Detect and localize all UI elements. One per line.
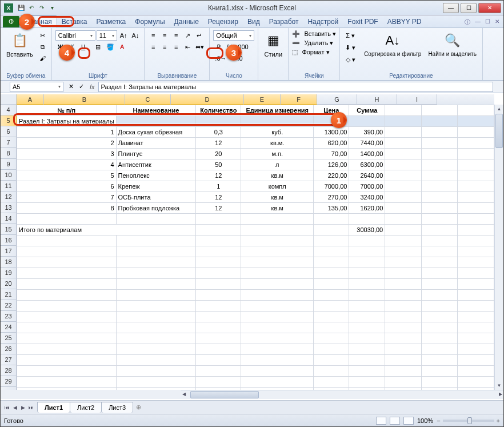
cell[interactable] <box>458 181 494 192</box>
cell[interactable] <box>196 290 241 301</box>
cell[interactable]: куб. <box>241 127 314 138</box>
cell[interactable] <box>385 225 422 236</box>
cell[interactable]: 6300,00 <box>349 159 385 170</box>
cell[interactable] <box>196 344 241 355</box>
row-header-9[interactable]: 9 <box>1 159 17 170</box>
cell[interactable]: 1 <box>17 127 117 138</box>
col-header-F[interactable]: F <box>281 94 317 105</box>
cell[interactable] <box>349 344 385 355</box>
cell[interactable] <box>421 149 458 159</box>
cell[interactable]: Ламинат <box>116 138 196 149</box>
cell[interactable] <box>458 149 494 159</box>
increase-font-icon[interactable]: A↑ <box>118 30 129 41</box>
format-cells-button[interactable]: ⬚ Формат ▾ <box>292 49 336 56</box>
row-header-14[interactable]: 14 <box>1 213 17 224</box>
doc-restore-icon[interactable]: ☐ <box>483 17 492 27</box>
cell[interactable] <box>385 377 422 388</box>
cell[interactable] <box>458 236 494 246</box>
orientation-icon[interactable]: ↗ <box>182 30 193 41</box>
cell[interactable] <box>314 344 349 355</box>
cell[interactable] <box>385 181 422 192</box>
cell[interactable] <box>17 355 117 366</box>
horizontal-scrollbar[interactable]: ◀ ▶ <box>181 390 503 399</box>
cell[interactable] <box>421 116 458 127</box>
font-color-icon[interactable]: A <box>117 42 127 52</box>
cell[interactable] <box>196 246 241 257</box>
cell[interactable]: 8 <box>17 203 117 214</box>
currency-icon[interactable]: ₽ <box>213 42 223 52</box>
cell[interactable]: 5 <box>17 170 117 181</box>
vertical-scrollbar[interactable]: ▲ ▼ <box>494 105 503 390</box>
cell[interactable] <box>458 246 494 257</box>
cell[interactable] <box>17 236 117 246</box>
cell[interactable]: кв.м <box>241 170 314 181</box>
cell[interactable] <box>314 290 349 301</box>
formula-input[interactable]: Раздел I: Затраты на материалы <box>98 82 493 92</box>
cell[interactable]: Раздел I: Затраты на материалы <box>17 116 117 127</box>
cell[interactable] <box>196 257 241 268</box>
tab-layout[interactable]: Разметка <box>91 16 130 27</box>
cell[interactable]: 4 <box>17 159 117 170</box>
cell[interactable] <box>116 246 196 257</box>
select-all-corner[interactable] <box>1 94 17 105</box>
cell[interactable]: 270,00 <box>314 192 349 203</box>
clear-icon[interactable]: ◇ ▾ <box>343 54 357 65</box>
cell[interactable] <box>17 246 117 257</box>
tab-data[interactable]: Данные <box>170 16 203 27</box>
cell[interactable] <box>116 301 196 312</box>
cell[interactable] <box>458 159 494 170</box>
row-header-21[interactable]: 21 <box>1 289 17 300</box>
cell[interactable] <box>458 127 494 138</box>
cell[interactable] <box>116 257 196 268</box>
row-header-5[interactable]: 5 <box>1 115 17 126</box>
next-sheet-icon[interactable]: ▶ <box>19 405 27 410</box>
tab-developer[interactable]: Разработ <box>265 16 303 27</box>
cell[interactable] <box>385 116 422 127</box>
cell[interactable]: Антисептик <box>116 159 196 170</box>
col-header-I[interactable]: I <box>397 94 437 105</box>
cell[interactable] <box>241 257 314 268</box>
cell[interactable] <box>314 225 349 236</box>
cell[interactable]: 30030,00 <box>349 225 385 236</box>
row-header-22[interactable]: 22 <box>1 300 17 311</box>
cell[interactable] <box>196 377 241 388</box>
cell[interactable] <box>196 355 241 366</box>
align-center-icon[interactable]: ≡ <box>159 42 170 52</box>
fill-icon[interactable]: ⬇ ▾ <box>343 42 357 53</box>
cut-icon[interactable]: ✂ <box>38 30 48 41</box>
cell[interactable] <box>421 225 458 236</box>
accept-formula-icon[interactable]: ✓ <box>76 82 86 92</box>
scroll-up-icon[interactable]: ▲ <box>495 105 503 113</box>
cell[interactable]: 12 <box>196 170 241 181</box>
cell[interactable] <box>17 279 117 290</box>
cell[interactable] <box>17 214 117 225</box>
col-header-E[interactable]: E <box>244 94 281 105</box>
cell[interactable]: кв.м <box>241 192 314 203</box>
cell[interactable]: 7000,00 <box>314 181 349 192</box>
cell[interactable] <box>314 322 349 333</box>
wrap-text-icon[interactable]: ↵ <box>194 30 204 41</box>
cell[interactable] <box>349 366 385 377</box>
cell[interactable] <box>458 290 494 301</box>
cell[interactable] <box>458 225 494 236</box>
cell[interactable] <box>458 257 494 268</box>
cell[interactable] <box>116 322 196 333</box>
cell[interactable]: 20 <box>196 149 241 159</box>
cell[interactable]: 7000,00 <box>349 181 385 192</box>
cell[interactable]: л <box>241 159 314 170</box>
cell[interactable] <box>421 181 458 192</box>
view-pagebreak-icon[interactable] <box>403 417 414 425</box>
cell[interactable]: Крепеж <box>116 181 196 192</box>
cell[interactable] <box>421 301 458 312</box>
cell[interactable] <box>421 312 458 322</box>
cell[interactable]: 620,00 <box>314 138 349 149</box>
row-header-16[interactable]: 16 <box>1 235 17 246</box>
cell[interactable] <box>241 225 314 236</box>
hscroll-thumb[interactable] <box>190 391 259 398</box>
align-right-icon[interactable]: ≡ <box>171 42 181 52</box>
cell[interactable] <box>314 355 349 366</box>
close-button[interactable]: ✕ <box>478 3 501 13</box>
cell[interactable] <box>421 192 458 203</box>
sheet-tab-3[interactable]: Лист3 <box>101 402 133 413</box>
name-box[interactable]: A5 <box>10 82 63 92</box>
